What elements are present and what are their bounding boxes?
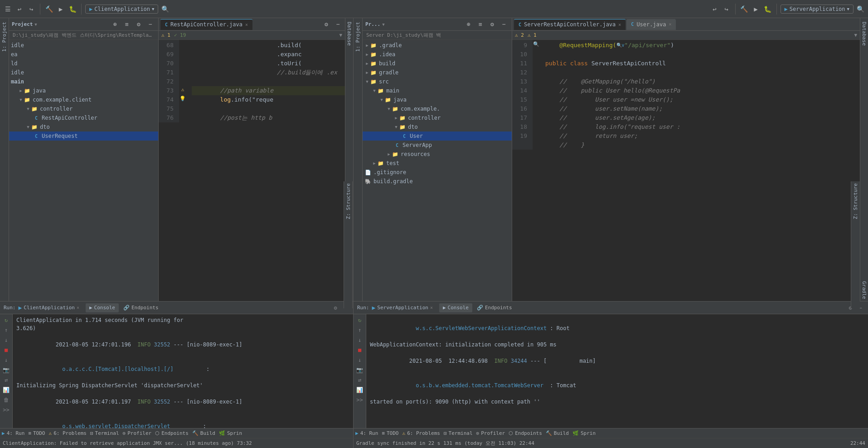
expand-arrow[interactable]: ▼ (339, 32, 342, 38)
right-side-4btn[interactable]: ↓ (356, 356, 364, 364)
left-side-more[interactable]: >> (2, 406, 10, 414)
search-btn[interactable]: 🔍 (160, 4, 170, 14)
left-status-run[interactable]: ▶ 4: Run (2, 430, 24, 436)
run-btn[interactable]: ▶ (56, 4, 66, 14)
tab-close-user[interactable]: × (669, 22, 671, 27)
editor-minimize-btn[interactable]: − (333, 19, 343, 29)
right-stop-btn[interactable]: ■ (356, 346, 364, 354)
editor-settings-btn[interactable]: ⚙ (321, 19, 331, 29)
right-project-collapse[interactable]: ≡ (475, 19, 485, 29)
right-app-badge[interactable]: ▶ ServerApplication ▼ (781, 5, 853, 14)
left-status-profiler[interactable]: ⊙ Profiler (123, 430, 152, 436)
right-project-settings[interactable]: ⚙ (487, 19, 497, 29)
debug-btn[interactable]: 🐛 (68, 4, 78, 14)
menu-btn[interactable]: ☰ (3, 4, 13, 14)
right-status-build[interactable]: 🔨 Build (546, 430, 569, 436)
tree-item-idle2[interactable]: idle (9, 68, 158, 77)
tree-item-ld[interactable]: ld (9, 59, 158, 68)
tree-item-rest-api-controller[interactable]: C RestApiController (9, 113, 158, 122)
right-rerun-btn[interactable]: ↻ (356, 316, 364, 324)
tab-server-rest-api[interactable]: C ServerRestApiController.java × (514, 19, 626, 30)
left-side-4btn[interactable]: ↓ (2, 356, 10, 364)
z-structure-left-label[interactable]: Z: Structure (344, 181, 353, 221)
right-scroll-dn-btn[interactable]: ↓ (356, 336, 364, 344)
right-tree-gradle2[interactable]: ▶ 📁 gradle (363, 68, 512, 77)
tab-user-java[interactable]: C User.java × (626, 19, 676, 30)
left-tab-console[interactable]: ▶ Console (86, 303, 119, 312)
right-tab-endpoints[interactable]: 🔗 Endpoints (473, 303, 516, 312)
right-project-add[interactable]: ⊕ (464, 19, 474, 29)
forward-btn[interactable]: ↪ (26, 4, 36, 14)
right-forward-btn[interactable]: ↪ (722, 4, 732, 14)
left-rerun-btn[interactable]: ↻ (2, 316, 10, 324)
left-status-terminal[interactable]: ⊡ Terminal (90, 430, 119, 436)
left-project-minimize[interactable]: − (145, 19, 155, 29)
right-tree-java[interactable]: ▼ 📁 java (363, 95, 512, 104)
right-tree-idea[interactable]: ▶ 📁 .idea (363, 50, 512, 59)
tree-item-controller[interactable]: ▼ 📁 controller (9, 104, 158, 113)
right-scroll-up-btn[interactable]: ↑ (356, 326, 364, 334)
left-run-settings-btn[interactable]: ⚙ (331, 304, 339, 312)
right-status-problems[interactable]: ⚠ 6: Problems (402, 430, 440, 436)
left-scroll-up-btn[interactable]: ↑ (2, 326, 10, 334)
right-project-tree[interactable]: ▶ 📁 .gradle ▶ 📁 .idea ▶ 📁 build (363, 40, 512, 301)
left-stop-btn[interactable]: ■ (2, 346, 10, 354)
left-side-8btn[interactable]: 🗑 (2, 396, 10, 404)
right-build-btn[interactable]: 🔨 (739, 4, 749, 14)
tab-close-server-rest[interactable]: × (618, 22, 621, 27)
right-run-btn[interactable]: ▶ (751, 4, 761, 14)
left-scroll-dn-btn[interactable]: ↓ (2, 336, 10, 344)
right-side-more[interactable]: >> (356, 396, 364, 404)
left-status-problems[interactable]: ⚠ 6: Problems (49, 430, 87, 436)
right-tree-main[interactable]: ▼ 📁 main (363, 86, 512, 95)
tree-item-java[interactable]: ▶ 📁 java (9, 86, 158, 95)
left-run-close[interactable]: × (77, 305, 79, 310)
project-vertical-label[interactable]: 1: Project (0, 18, 8, 55)
left-project-tree[interactable]: idle ea ld idle main (9, 40, 158, 301)
left-project-add[interactable]: ⊕ (110, 19, 120, 29)
right-status-todo[interactable]: ≡ TODO (382, 430, 398, 436)
left-status-build[interactable]: 🔨 Build (192, 430, 215, 436)
left-project-settings[interactable]: ⚙ (134, 19, 144, 29)
tree-item-com-example-client[interactable]: ▼ 📁 com.example.client (9, 95, 158, 104)
right-status-spring[interactable]: 🌿 Sprin (572, 430, 596, 436)
right-side-5btn[interactable]: 📷 (356, 366, 364, 374)
right-project-vertical-label[interactable]: 1: Project (354, 18, 362, 55)
right-project-minimize[interactable]: − (499, 19, 509, 29)
right-tree-gradle[interactable]: ▶ 📁 .gradle (363, 41, 512, 50)
right-side-7btn[interactable]: 📊 (356, 386, 364, 394)
left-status-endpoints[interactable]: ⬡ Endpoints (155, 430, 189, 436)
right-tree-controller[interactable]: ▶ 📁 controller (363, 113, 512, 122)
right-expand-arrow[interactable]: ▼ (854, 32, 857, 38)
left-app-badge[interactable]: ▶ ClientApplication ▼ (85, 5, 158, 14)
z-structure-right-label[interactable]: Z: Structure (851, 181, 860, 221)
right-tree-src[interactable]: ▼ 📁 src (363, 77, 512, 86)
right-tree-server-app[interactable]: C ServerApp (363, 141, 512, 150)
right-status-endpoints[interactable]: ⬡ Endpoints (509, 430, 542, 436)
tree-item-user-request[interactable]: C UserRequest (9, 131, 158, 141)
left-side-7btn[interactable]: 📊 (2, 386, 10, 394)
right-tree-resources[interactable]: ▶ 📁 resources (363, 150, 512, 159)
right-run-close[interactable]: × (430, 305, 433, 310)
tab-close-rest[interactable]: × (245, 22, 248, 27)
right-db-label[interactable]: Database (860, 20, 868, 48)
left-status-spring[interactable]: 🌿 Sprin (219, 430, 242, 436)
right-code-area[interactable]: 9 10 11 12 13 14 15 16 17 18 19 (512, 40, 860, 301)
left-tab-endpoints[interactable]: 🔗 Endpoints (120, 303, 162, 312)
right-gradle-label[interactable]: Gradle (860, 279, 868, 301)
right-side-6btn[interactable]: ⇄ (356, 376, 364, 384)
right-tree-gitignore[interactable]: 📄 .gitignore (363, 168, 512, 177)
right-tree-com-example[interactable]: ▼ 📁 com.example. (363, 104, 512, 113)
tree-item-idle1[interactable]: idle (9, 41, 158, 50)
right-status-profiler[interactable]: ⊙ Profiler (476, 430, 505, 436)
right-back-btn[interactable]: ↩ (710, 4, 720, 14)
left-side-5btn[interactable]: 📷 (2, 366, 10, 374)
tree-item-dto[interactable]: ▼ 📁 dto (9, 122, 158, 131)
right-search-btn[interactable]: 🔍 (855, 4, 865, 14)
right-tree-build-gradle[interactable]: 🐘 build.gradle (363, 177, 512, 186)
left-code-area[interactable]: 68 69 70 71 72 73 74 75 76 (159, 40, 345, 301)
right-tab-console[interactable]: ▶ Console (439, 303, 472, 312)
right-tree-dto[interactable]: ▼ 📁 dto (363, 122, 512, 131)
left-project-collapse[interactable]: ≡ (122, 19, 132, 29)
left-side-6btn[interactable]: ⇄ (2, 376, 10, 384)
